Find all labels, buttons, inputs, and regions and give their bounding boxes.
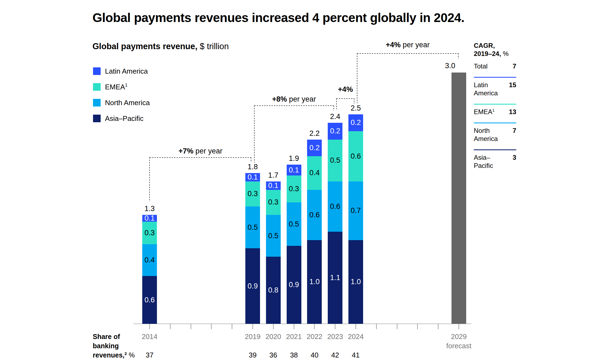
bar-total-2022: 2.2 — [298, 129, 331, 138]
bar-segment-emea-2014: 0.3 — [142, 222, 157, 244]
cagr-row-line1: North7 — [474, 127, 516, 135]
growth-bracket-2-seg1 — [254, 105, 334, 106]
cagr-divider-asia_pacific — [474, 149, 516, 150]
bar-segment-latin_america-2024: 0.2 — [348, 114, 363, 131]
axis-tick-2020 — [273, 324, 274, 329]
cagr-row-emea: EMEA113 — [474, 108, 516, 116]
cagr-header: CAGR, 2019–24, % — [474, 42, 516, 58]
north_america-swatch-icon — [93, 99, 101, 106]
bar-segment-asia_pacific-2020: 0.8 — [266, 257, 281, 324]
cagr-row-latin: Latin15America — [474, 81, 516, 97]
axis-tick-2023 — [335, 324, 335, 329]
bar-segment-asia_pacific-2024: 1.0 — [348, 240, 363, 324]
share-caption-line1: Share of — [93, 333, 120, 340]
bar-2019: 0.90.50.30.1 — [245, 173, 260, 324]
bar-forecast-2029 — [451, 73, 466, 324]
legend-label-latin_america: Latin America — [105, 67, 148, 76]
cagr-row-line2: America — [474, 89, 516, 97]
growth-bracket-3-seg2 — [354, 98, 354, 104]
page-title: Global payments revenues increased 4 per… — [92, 10, 464, 25]
cagr-row-value: 7 — [513, 62, 516, 70]
asia_pacific-swatch-icon — [93, 115, 101, 122]
growth-annotation-2: +8% per year — [272, 95, 316, 103]
growth-rate-bold: +4% — [386, 41, 401, 49]
growth-bracket-4-seg1 — [357, 53, 458, 54]
axis-tick-2024 — [355, 324, 356, 329]
bar-total-2021: 1.9 — [278, 154, 310, 163]
axis-tick-2026 — [397, 324, 397, 329]
share-caption-line3: revenues, — [93, 351, 125, 359]
bar-segment-emea-2019: 0.3 — [245, 181, 260, 207]
growth-bracket-3-seg0 — [336, 98, 337, 109]
axis-tick-2017 — [211, 324, 212, 329]
footnote-marker: 1 — [492, 108, 494, 112]
axis-tick-2029 — [459, 324, 459, 329]
cagr-row-label: Total — [474, 62, 488, 70]
cagr-row-north: North7America — [474, 127, 516, 143]
growth-rate-bold: +4% — [338, 85, 353, 93]
bar-segment-emea-2024: 0.6 — [348, 131, 363, 181]
cagr-row-label: Asia– — [474, 153, 490, 162]
cagr-row-line2: Pacific — [474, 162, 516, 170]
growth-bracket-1-seg0 — [149, 157, 150, 202]
bar-total-2029: 3.0 — [434, 62, 466, 70]
bar-segment-north_america-2024: 0.7 — [348, 181, 363, 240]
chart-subtitle: Global payments revenue, $ trillion — [92, 42, 229, 51]
bar-2021: 0.90.50.30.1 — [287, 165, 301, 324]
chart-subtitle-unit: $ trillion — [197, 42, 229, 51]
bar-segment-emea-2022: 0.4 — [307, 156, 322, 190]
bar-segment-asia_pacific-2023: 1.1 — [328, 232, 342, 324]
growth-bracket-4-seg0 — [357, 53, 357, 103]
growth-rate-rest: per year — [287, 95, 316, 103]
cagr-row-label: North — [474, 127, 490, 135]
bar-2020: 0.80.50.30.1 — [266, 181, 281, 324]
cagr-header-unit: % — [501, 50, 509, 57]
axis-year-label-2029: 2029forecast — [437, 332, 481, 350]
share-value-2024: 41 — [339, 351, 372, 359]
chart-canvas: Global payments revenues increased 4 per… — [0, 0, 600, 364]
bar-total-2024: 2.5 — [339, 104, 372, 112]
axis-tick-2015 — [170, 324, 171, 329]
bar-segment-latin_america-2022: 0.2 — [307, 140, 322, 156]
growth-annotation-3: +4% — [338, 85, 353, 94]
growth-bracket-2-seg0 — [254, 105, 255, 162]
cagr-row-line1: Latin15 — [474, 81, 516, 89]
bar-total-2020: 1.7 — [257, 171, 290, 180]
cagr-row-total: Total7 — [474, 62, 516, 70]
bar-segment-north_america-2021: 0.5 — [287, 202, 301, 246]
bar-total-2019: 1.8 — [236, 163, 269, 171]
emea-swatch-icon — [93, 83, 101, 91]
latin_america-swatch-icon — [93, 67, 101, 75]
growth-rate-rest: per year — [193, 147, 222, 155]
growth-annotation-1: +7% per year — [178, 147, 222, 155]
legend-item-north_america: North America — [93, 99, 150, 107]
bar-segment-emea-2023: 0.5 — [328, 140, 342, 181]
share-of-banking-caption: Share of banking revenues,2 % — [93, 332, 135, 360]
bar-2014: 0.60.40.30.1 — [142, 215, 157, 324]
bar-segment-latin_america-2014: 0.1 — [142, 215, 157, 222]
axis-tick-2021 — [294, 324, 294, 329]
cagr-divider-emea — [474, 104, 516, 105]
bar-total-2014: 1.3 — [133, 205, 166, 213]
growth-bracket-1-seg1 — [150, 157, 251, 158]
bar-segment-north_america-2022: 0.6 — [307, 190, 322, 240]
legend-item-asia_pacific: Asia–Pacific — [93, 114, 144, 123]
forecast-sublabel: forecast — [437, 341, 481, 350]
share-caption-unit: % — [127, 351, 135, 359]
bar-segment-asia_pacific-2019: 0.9 — [245, 248, 260, 324]
bar-segment-asia_pacific-2021: 0.9 — [287, 246, 301, 324]
footnote-marker: 1 — [125, 83, 128, 87]
axis-tick-2022 — [314, 324, 315, 329]
cagr-row-line1: Total7 — [474, 62, 516, 70]
bar-segment-asia_pacific-2014: 0.6 — [142, 276, 157, 324]
cagr-row-value: 13 — [509, 108, 516, 116]
x-axis-line — [133, 324, 471, 324]
bar-segment-emea-2021: 0.3 — [287, 175, 301, 202]
axis-tick-2018 — [232, 324, 232, 329]
legend-label-asia_pacific: Asia–Pacific — [105, 114, 144, 123]
cagr-row-label: Latin — [474, 81, 488, 89]
growth-bracket-3-seg1 — [336, 98, 354, 99]
legend-label-north_america: North America — [105, 99, 150, 107]
axis-tick-2027 — [417, 324, 418, 329]
cagr-row-asia: Asia–3Pacific — [474, 153, 516, 170]
